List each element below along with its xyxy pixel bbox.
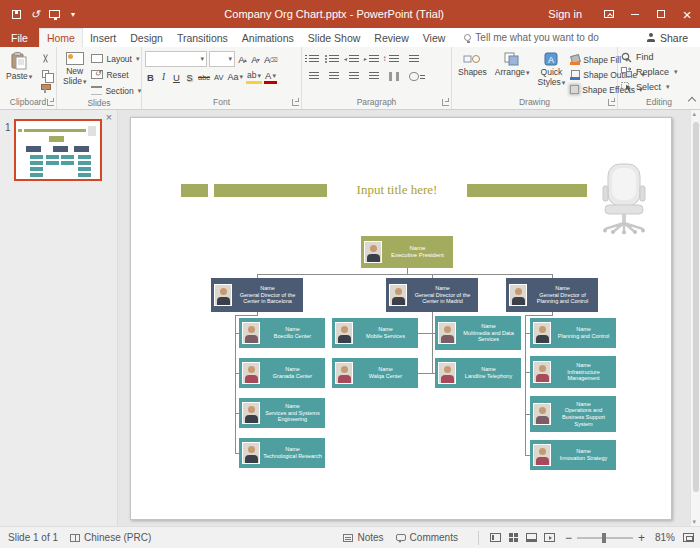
undo-button[interactable] [27, 6, 43, 22]
tab-file[interactable]: File [0, 28, 39, 47]
grow-font-button[interactable]: A▴ [237, 52, 248, 66]
paste-button[interactable]: Paste [3, 50, 35, 96]
increase-indent-button[interactable] [365, 53, 382, 66]
columns-button[interactable] [385, 70, 402, 83]
close-pane-icon[interactable] [106, 111, 112, 123]
change-case-button[interactable]: Aa [227, 70, 245, 84]
format-painter-button[interactable] [37, 82, 53, 95]
bold-button[interactable]: B [145, 70, 156, 84]
text-direction-button[interactable] [405, 53, 422, 66]
layout-button[interactable]: Layout [91, 52, 141, 65]
drawing-dialog-launcher[interactable] [608, 99, 615, 106]
tab-design[interactable]: Design [123, 28, 170, 47]
tab-animations[interactable]: Animations [235, 28, 301, 47]
italic-button[interactable]: I [158, 70, 169, 84]
comments-button[interactable]: Comments [396, 532, 458, 543]
tab-transitions[interactable]: Transitions [170, 28, 235, 47]
slideshow-view-button[interactable] [541, 530, 559, 546]
org-node-walqa-center[interactable]: NameWalqa Center [332, 358, 418, 388]
collapse-ribbon-button[interactable] [688, 95, 696, 103]
clear-formatting-button[interactable]: A⌫ [263, 52, 279, 66]
reading-view-button[interactable] [523, 530, 541, 546]
org-node-planning-and-control[interactable]: NamePlanning and Control [530, 318, 616, 348]
shrink-font-button[interactable]: A▾ [250, 52, 261, 66]
text-shadow-button[interactable]: S [184, 70, 195, 84]
replace-button[interactable]: Replace [621, 65, 697, 79]
org-node-technological-research[interactable]: NameTechnological Research [239, 438, 325, 468]
minimize-button[interactable] [622, 0, 648, 28]
ribbon-display-options-button[interactable] [596, 0, 622, 28]
zoom-slider-thumb[interactable] [602, 533, 606, 543]
title-accent-bar-left[interactable] [181, 184, 208, 197]
align-right-button[interactable] [345, 70, 362, 83]
character-spacing-button[interactable]: AV [213, 70, 224, 84]
tab-view[interactable]: View [416, 28, 453, 47]
org-node-boecillo-center[interactable]: NameBoecillo Center [239, 318, 325, 348]
zoom-in-button[interactable]: + [638, 531, 645, 545]
new-slide-button[interactable]: New Slide [60, 50, 89, 97]
justify-button[interactable] [365, 70, 382, 83]
org-node-operations-business-support[interactable]: NameOperations and Business Support Syst… [530, 396, 616, 432]
customize-quick-access-button[interactable] [65, 6, 81, 22]
slide-editing-surface[interactable]: Input title here! [130, 117, 672, 520]
office-chair-image[interactable] [593, 162, 655, 234]
font-name-select[interactable] [145, 51, 207, 67]
clipboard-dialog-launcher[interactable] [47, 99, 54, 106]
slide-title-placeholder[interactable]: Input title here! [327, 176, 467, 204]
arrange-button[interactable]: Arrange [492, 50, 533, 96]
align-left-button[interactable] [305, 70, 322, 83]
org-node-mobile-services[interactable]: NameMobile Services [332, 318, 418, 348]
convert-to-smartart-button[interactable] [405, 70, 422, 83]
fit-slide-to-window-button[interactable] [683, 533, 694, 542]
numbering-button[interactable] [325, 53, 342, 66]
underline-button[interactable]: U [171, 70, 182, 84]
line-spacing-button[interactable] [385, 53, 402, 66]
org-node-granada-center[interactable]: NameGranada Center [239, 358, 325, 388]
slide-thumbnail[interactable] [14, 119, 102, 181]
section-button[interactable]: Section [91, 84, 141, 97]
tab-home[interactable]: Home [39, 28, 83, 47]
copy-button[interactable] [37, 67, 53, 80]
org-node-innovation-strategy[interactable]: NameInnovation Strategy [530, 440, 616, 470]
zoom-percentage[interactable]: 81% [651, 532, 675, 543]
select-button[interactable]: Select [621, 80, 697, 94]
save-button[interactable] [8, 6, 24, 22]
notes-button[interactable]: Notes [343, 532, 383, 543]
font-dialog-launcher[interactable] [292, 99, 299, 106]
reset-button[interactable]: Reset [91, 68, 141, 81]
strikethrough-button[interactable]: abc [197, 70, 211, 84]
share-button[interactable]: Share [635, 28, 700, 47]
sign-in-button[interactable]: Sign in [548, 8, 582, 20]
align-center-button[interactable] [325, 70, 342, 83]
tab-slide-show[interactable]: Slide Show [301, 28, 368, 47]
decrease-indent-button[interactable] [345, 53, 362, 66]
bullets-button[interactable] [305, 53, 322, 66]
font-color-button[interactable]: A [264, 70, 277, 84]
tab-review[interactable]: Review [367, 28, 415, 47]
quick-styles-button[interactable]: A Quick Styles [535, 50, 569, 96]
normal-view-button[interactable] [487, 530, 505, 546]
cut-button[interactable] [37, 52, 53, 65]
font-size-select[interactable] [209, 51, 235, 67]
scrollbar-thumb[interactable] [693, 122, 699, 492]
paragraph-dialog-launcher[interactable] [442, 99, 449, 106]
org-node-director-madrid[interactable]: NameGeneral Director of the Center in Ma… [386, 278, 478, 312]
org-node-multimedia-data-services[interactable]: NameMultimedia and Data Services [435, 316, 521, 350]
close-button[interactable] [674, 0, 700, 28]
shapes-button[interactable]: Shapes [455, 50, 490, 96]
org-node-services-systems-engineering[interactable]: NameServices and Systems Engineering [239, 398, 325, 428]
org-node-executive-president[interactable]: NameExecutive President [361, 236, 453, 268]
maximize-button[interactable] [648, 0, 674, 28]
highlight-color-button[interactable]: ab [246, 70, 262, 84]
tell-me-box[interactable]: Tell me what you want to do [464, 28, 598, 47]
slide-sorter-view-button[interactable] [505, 530, 523, 546]
start-slideshow-button[interactable] [46, 6, 62, 22]
org-node-infrastructure-management[interactable]: NameInfrastructure Management [530, 356, 616, 388]
slide-counter[interactable]: Slide 1 of 1 [8, 532, 58, 543]
zoom-out-button[interactable]: − [565, 531, 572, 545]
tab-insert[interactable]: Insert [83, 28, 123, 47]
org-node-director-planning[interactable]: NameGeneral Director of Planning and Con… [506, 278, 598, 312]
vertical-scrollbar[interactable] [690, 110, 700, 526]
org-node-landline-telephony[interactable]: NameLandline Telephony [435, 358, 521, 388]
zoom-slider[interactable] [577, 537, 633, 539]
